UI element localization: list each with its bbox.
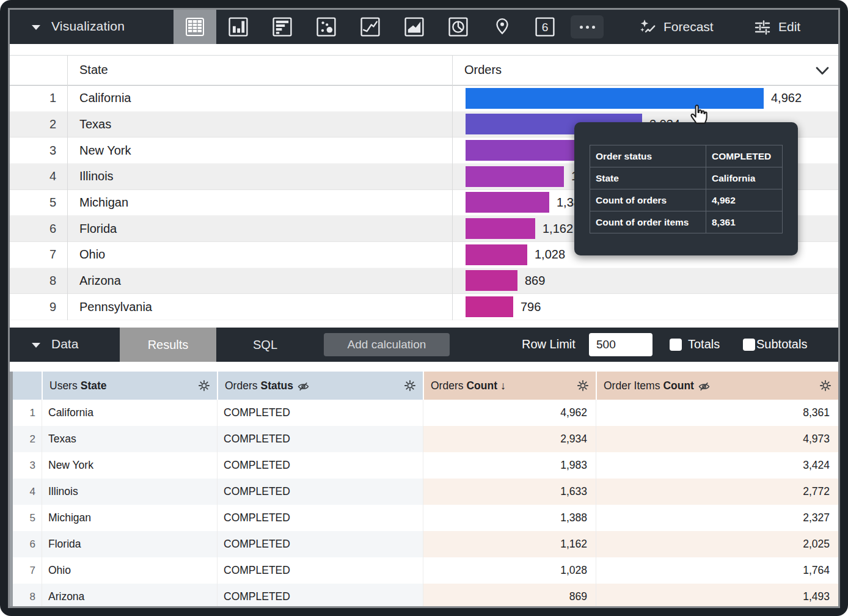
state-cell: Ohio [42,557,217,584]
order-items-count-column-header[interactable]: Order ItemsCount [596,372,838,400]
row-number: 3 [13,452,42,479]
orders-bar[interactable] [466,88,764,109]
table-row[interactable]: 8ArizonaCOMPLETED8691,493 [13,584,838,606]
forecast-sparkle-icon [639,18,656,35]
orders-count-cell: 1,633 [423,479,596,505]
row-limit-input[interactable] [589,333,652,356]
state-cell: Florida [42,531,217,557]
tooltip-row: Count of orders4,962 [590,189,783,211]
orders-count-cell: 2,934 [423,426,596,452]
order-items-count-cell: 1,764 [596,557,838,584]
totals-label: Totals [688,337,720,351]
viz-row-number: 4 [10,169,67,183]
table-row[interactable]: 7OhioCOMPLETED1,0281,764 [13,557,838,584]
gear-icon[interactable] [819,380,832,392]
orders-bar[interactable] [466,166,564,187]
area-chart-icon [403,16,425,38]
table-row[interactable]: 5MichiganCOMPLETED1,3882,327 [13,505,838,531]
viz-type-table-button[interactable] [174,10,216,44]
row-number: 4 [13,479,42,505]
data-table-header: UsersState OrdersStatus OrdersCount ↓ Or… [13,372,838,400]
table-row[interactable]: 4IllinoisCOMPLETED1,6332,772 [13,479,838,505]
svg-text:6: 6 [542,21,549,34]
viz-row-state: Arizona [67,274,452,288]
status-cell: COMPLETED [217,584,423,606]
viz-state-column-header[interactable]: State [79,63,108,77]
tab-results[interactable]: Results [120,328,216,362]
orders-bar[interactable] [466,270,517,291]
status-cell: COMPLETED [217,531,423,557]
table-row[interactable]: 2TexasCOMPLETED2,9344,973 [13,426,838,452]
mouse-cursor-icon [687,100,711,125]
viz-type-scatter-button[interactable] [315,16,337,38]
column-chart-icon [227,16,249,38]
visualization-title: Visualization [51,19,125,34]
gear-icon[interactable] [577,380,589,392]
subtotals-checkbox[interactable] [743,339,755,351]
tooltip-label: Order status [590,145,706,167]
row-number: 1 [13,400,42,426]
state-cell: Illinois [42,479,217,505]
viz-orders-column-header[interactable]: Orders [464,63,502,77]
data-collapse-button[interactable] [32,343,40,348]
state-cell: California [42,400,217,426]
viz-column-divider [452,55,453,320]
tooltip-row: Count of order items8,361 [590,211,783,233]
edit-button[interactable]: Edit [754,10,800,44]
caret-down-icon [32,25,40,30]
orders-bar[interactable] [466,296,513,317]
table-row[interactable]: 6FloridaCOMPLETED1,1622,025 [13,531,838,557]
subtotals-label: Subtotals [756,337,807,351]
status-cell: COMPLETED [217,400,423,426]
orders-bar[interactable] [466,192,549,213]
status-cell: COMPLETED [217,426,423,452]
orders-status-column-header[interactable]: OrdersStatus [217,372,423,400]
state-cell: Michigan [42,505,217,531]
totals-checkbox[interactable] [670,339,682,351]
status-cell: COMPLETED [217,557,423,584]
tooltip-label: Count of order items [590,211,706,233]
state-cell: Arizona [42,584,217,606]
horizontal-bar-chart-icon [271,16,293,38]
gear-icon[interactable] [198,380,210,392]
viz-type-bar-chart-button[interactable] [271,16,293,38]
forecast-button[interactable]: Forecast [639,10,714,44]
visualization-toolbar: Visualization [10,10,838,44]
orders-bar-value: 1,028 [535,248,565,262]
viz-type-area-chart-button[interactable] [403,16,425,38]
row-limit-label: Row Limit [522,337,576,351]
orders-count-cell: 1,388 [423,505,596,531]
more-viz-types-button[interactable] [571,15,604,38]
viz-type-pie-chart-button[interactable] [447,16,469,38]
viz-table-row: 8Arizona869 [10,268,838,295]
tooltip-value: COMPLETED [706,145,783,167]
viz-type-map-button[interactable] [491,16,513,38]
state-cell: Texas [42,426,217,452]
table-row[interactable]: 3New YorkCOMPLETED1,9833,424 [13,452,838,479]
orders-bar[interactable] [466,244,527,265]
viz-type-single-value-button[interactable]: 6 [534,16,556,38]
orders-column-menu-button[interactable] [815,66,830,76]
visualization-collapse-button[interactable] [32,25,40,30]
orders-count-column-header[interactable]: OrdersCount ↓ [423,372,596,400]
status-cell: COMPLETED [217,479,423,505]
order-items-count-cell: 2,327 [596,505,838,531]
orders-bar[interactable] [466,140,585,161]
viz-type-column-chart-button[interactable] [227,16,249,38]
viz-row-state: Florida [67,222,452,236]
sort-descending-icon: ↓ [500,380,506,392]
order-items-count-cell: 2,772 [596,479,838,505]
users-state-column-header[interactable]: UsersState [42,372,217,400]
orders-bar-value: 4,962 [771,91,802,105]
add-calculation-button[interactable]: Add calculation [324,333,450,356]
tooltip-label: Count of orders [590,189,706,211]
viz-type-line-chart-button[interactable] [359,16,381,38]
tooltip-row: StateCalifornia [590,167,783,189]
orders-bar[interactable] [466,218,535,239]
tab-sql[interactable]: SQL [216,328,314,362]
viz-row-state: Pennsylvania [67,300,452,314]
orders-bar-value: 796 [521,300,541,314]
table-row[interactable]: 1CaliforniaCOMPLETED4,9628,361 [13,400,838,426]
chevron-down-icon [815,66,830,76]
gear-icon[interactable] [404,380,416,392]
